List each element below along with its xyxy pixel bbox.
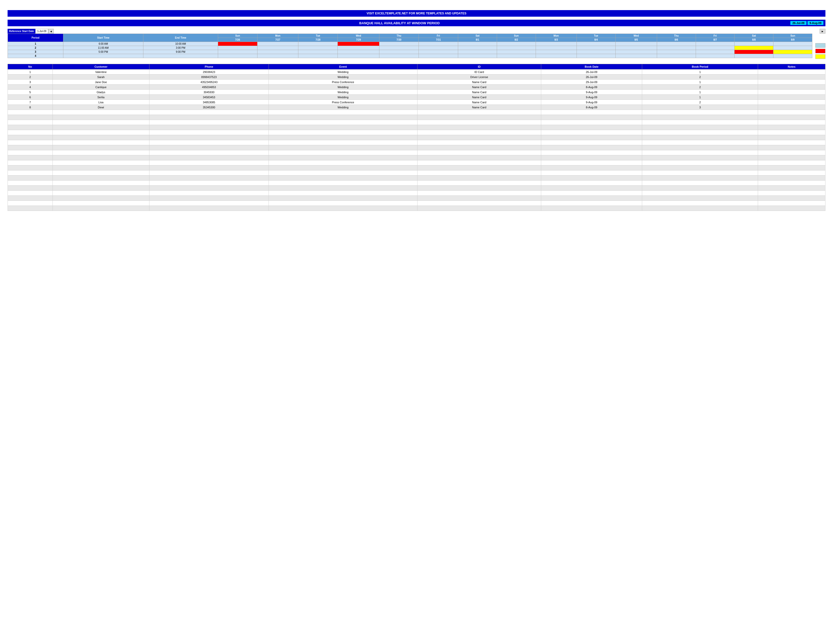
empty-cell: [642, 130, 758, 135]
booking-empty-row-7: [8, 140, 825, 145]
empty-cell: [758, 150, 825, 155]
empty-cell: [149, 140, 269, 145]
avail-cell-1-14: [735, 42, 774, 46]
empty-cell: [418, 175, 541, 180]
empty-cell: [642, 150, 758, 155]
legend-tentative: [815, 54, 825, 59]
period-start-3: 5:00 PM: [63, 50, 143, 54]
empty-cell: [269, 115, 417, 120]
empty-cell: [53, 145, 149, 150]
empty-cell: [418, 180, 541, 186]
avail-cell-2-15: [774, 46, 812, 50]
booking-event-7: Press Conference: [269, 100, 417, 105]
empty-cell: [642, 125, 758, 130]
booking-empty-row-15: [8, 180, 825, 186]
empty-cell: [149, 180, 269, 186]
empty-cell: [269, 140, 417, 145]
booking-no-6: 6: [8, 95, 53, 100]
empty-cell: [541, 180, 642, 186]
booking-book_date-4: 8-Aug-09: [541, 85, 642, 90]
booking-body: 1Valentine29038423WeddingID Card26-Jul-0…: [8, 69, 825, 211]
th-notes: Notes: [758, 64, 825, 69]
empty-cell: [269, 175, 417, 180]
booking-book_date-6: 9-Aug-09: [541, 95, 642, 100]
booking-no-5: 5: [8, 90, 53, 95]
empty-cell: [53, 150, 149, 155]
day-sun1: Sun: [218, 34, 257, 38]
empty-cell: [758, 191, 825, 196]
empty-cell: [8, 201, 53, 206]
booking-id-5: Name Card: [418, 90, 541, 95]
booking-row-3: 3Jane Doe43523495243Press ConferenceName…: [8, 80, 825, 85]
empty-cell: [541, 175, 642, 180]
empty-cell: [541, 186, 642, 191]
period-end-4: [143, 54, 218, 58]
top-banner: VISIT EXCELTEMPLATE.NET FOR MORE TEMPLAT…: [8, 10, 825, 17]
empty-cell: [149, 166, 269, 171]
empty-cell: [418, 150, 541, 155]
availability-section: Reference Start Date 1-Jul-09 ◄ ► Period…: [8, 29, 825, 59]
period-end-1: 10:00 AM: [143, 42, 218, 46]
avail-cell-4-7: [458, 54, 497, 58]
avail-row-1: 16:00 AM10:00 AM: [8, 42, 812, 46]
empty-cell: [8, 150, 53, 155]
nav-left-arrow[interactable]: ◄: [48, 29, 54, 34]
booking-book_period-4: 2: [642, 85, 758, 90]
main-title: BANQUE HALL AVAILABILITY AT WINDOW PERIO…: [10, 21, 790, 25]
date-728: 7/28: [298, 38, 338, 42]
empty-cell: [269, 150, 417, 155]
day-fri2: Fri: [696, 34, 735, 38]
empty-cell: [758, 145, 825, 150]
empty-cell: [642, 201, 758, 206]
booking-row-5: 5Gladys3045930WeddingName Card9-Aug-091: [8, 90, 825, 95]
empty-cell: [8, 140, 53, 145]
empty-cell: [758, 180, 825, 186]
empty-cell: [418, 155, 541, 160]
empty-cell: [149, 175, 269, 180]
empty-cell: [418, 130, 541, 135]
booking-header-row: No Customer Phone Event ID Book Date Boo…: [8, 64, 825, 69]
avail-cell-2-10: [577, 46, 616, 50]
date-82: 8/2: [497, 38, 536, 42]
booking-empty-row-1: [8, 110, 825, 115]
booking-empty-row-6: [8, 135, 825, 140]
empty-cell: [541, 145, 642, 150]
empty-cell: [149, 196, 269, 201]
empty-cell: [418, 171, 541, 175]
booking-event-2: Wedding: [269, 74, 417, 80]
title-row: BANQUE HALL AVAILABILITY AT WINDOW PERIO…: [8, 20, 825, 26]
avail-cell-2-2: [257, 46, 298, 50]
booking-row-4: 4Cantique495034853WeddingName Card8-Aug-…: [8, 85, 825, 90]
avail-cell-1-9: [536, 42, 577, 46]
booking-phone-2: 8998437523: [149, 74, 269, 80]
empty-cell: [8, 135, 53, 140]
booking-empty-row-5: [8, 130, 825, 135]
booking-id-6: Name Card: [418, 95, 541, 100]
avail-cell-1-3: [298, 42, 338, 46]
avail-cell-2-12: [657, 46, 696, 50]
empty-cell: [53, 180, 149, 186]
empty-cell: [269, 171, 417, 175]
date-88: 8/8: [735, 38, 774, 42]
nav-right-arrow[interactable]: ►: [820, 29, 825, 34]
empty-cell: [541, 166, 642, 171]
booking-id-4: Name Card: [418, 85, 541, 90]
booking-notes-5: [758, 90, 825, 95]
avail-cell-1-13: [696, 42, 735, 46]
period-start-1: 6:00 AM: [63, 42, 143, 46]
days-header-row: Period Start Time End Time Sun Mon Tue W…: [8, 34, 812, 38]
avail-cell-4-15: [774, 54, 812, 58]
avail-main: Period Start Time End Time Sun Mon Tue W…: [8, 34, 812, 58]
avail-cell-4-6: [419, 54, 458, 58]
empty-cell: [418, 186, 541, 191]
empty-cell: [53, 115, 149, 120]
avail-body: 16:00 AM10:00 AM211:00 AM3:00 PM35:00 PM…: [8, 42, 812, 58]
th-no: No: [8, 64, 53, 69]
empty-cell: [8, 110, 53, 115]
avail-cell-4-12: [657, 54, 696, 58]
empty-cell: [642, 115, 758, 120]
booking-event-5: Wedding: [269, 90, 417, 95]
booking-book_period-8: 3: [642, 105, 758, 110]
avail-cell-2-11: [616, 46, 657, 50]
avail-cell-1-15: [774, 42, 812, 46]
